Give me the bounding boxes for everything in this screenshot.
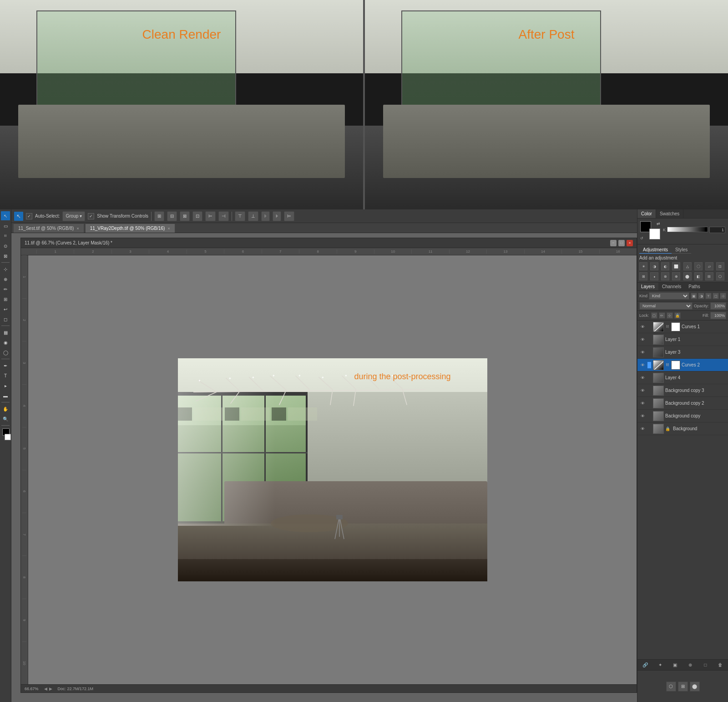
posterize-icon[interactable]: ⬤ <box>683 272 692 280</box>
auto-select-checkbox[interactable]: ✓ <box>26 213 32 219</box>
vibrance-icon[interactable]: △ <box>683 262 692 270</box>
visibility-layer3[interactable]: 👁 <box>639 349 646 356</box>
exposure-icon[interactable]: ⬜ <box>672 262 680 270</box>
healing-tool[interactable]: ⊕ <box>1 275 10 284</box>
background-color[interactable] <box>649 229 660 239</box>
close-btn[interactable]: × <box>627 240 633 246</box>
auto-select-dropdown[interactable]: Group ▾ <box>62 211 85 221</box>
eraser-tool[interactable]: ◻ <box>1 315 10 324</box>
tab-color[interactable]: Color <box>637 209 656 218</box>
visibility-bgcopy2[interactable]: 👁 <box>639 400 646 407</box>
mini-icon-2[interactable]: ⊞ <box>678 682 688 692</box>
mini-icon-3[interactable]: ⬤ <box>690 682 700 692</box>
show-transform-checkbox[interactable]: ✓ <box>88 213 94 219</box>
align-btn-5[interactable]: ⊢ <box>205 211 216 221</box>
gradient-tool[interactable]: ▦ <box>1 328 10 337</box>
distribute-btn-2[interactable]: ⊥ <box>248 211 258 221</box>
scroll-left[interactable]: ◀ <box>44 687 47 691</box>
scroll-right[interactable]: ▶ <box>49 687 52 691</box>
filter-kind-select[interactable]: Kind <box>649 292 689 300</box>
visibility-layer1[interactable]: 👁 <box>639 336 646 343</box>
tab-close-2[interactable]: × <box>167 226 170 231</box>
filter-smart-icon[interactable]: ⊹ <box>720 293 726 299</box>
path-select-tool[interactable]: ▸ <box>1 381 10 390</box>
layer-mask-icon[interactable]: ▣ <box>671 661 679 669</box>
distribute-btn-5[interactable]: ⊨ <box>284 211 294 221</box>
tab-adjustments[interactable]: Adjustments <box>639 246 672 254</box>
eyedropper-tool[interactable]: ⊹ <box>1 265 10 274</box>
lock-pixels-icon[interactable]: ✏ <box>659 312 665 319</box>
distribute-btn-3[interactable]: ⊦ <box>261 211 270 221</box>
quick-select-tool[interactable]: ⊙ <box>1 241 10 250</box>
filter-shape-icon[interactable]: ◻ <box>713 293 719 299</box>
tab-close-1[interactable]: × <box>76 226 79 231</box>
tab-channels[interactable]: Channels <box>658 283 685 290</box>
tab-layers[interactable]: Layers <box>637 283 658 290</box>
tab-swatches[interactable]: Swatches <box>656 209 683 218</box>
history-brush[interactable]: ↩ <box>1 305 10 314</box>
visibility-bgcopy[interactable]: 👁 <box>639 413 646 419</box>
tab-sest[interactable]: 11_Sest.tif @ 50% (RGB/8) × <box>13 224 84 233</box>
align-btn-3[interactable]: ⊠ <box>180 211 190 221</box>
layer-item-layer4[interactable]: 👁 Layer 4 <box>637 371 728 384</box>
crop-tool[interactable]: ⊠ <box>1 251 10 260</box>
layer-item-curves2[interactable]: 👁 ⛓ Curves 2 <box>637 359 728 371</box>
move-tool-option[interactable]: ↖ <box>14 212 23 221</box>
layer-item-bgcopy3[interactable]: 👁 Background copy 3 <box>637 384 728 397</box>
filter-text-icon[interactable]: T <box>705 293 712 299</box>
new-adj-layer-icon[interactable]: ⊕ <box>686 661 694 669</box>
fill-input[interactable] <box>710 312 726 319</box>
new-layer-icon[interactable]: □ <box>701 661 709 669</box>
align-btn-2[interactable]: ⊟ <box>167 211 177 221</box>
move-tool[interactable]: ↖ <box>1 211 10 220</box>
levels-icon[interactable]: ◑ <box>650 262 658 270</box>
align-btn-1[interactable]: ⊞ <box>154 211 164 221</box>
pen-tool[interactable]: ✒ <box>1 361 10 370</box>
mini-icon-1[interactable]: ⬡ <box>666 682 676 692</box>
lasso-tool[interactable]: ⌗ <box>1 231 10 240</box>
layer-item-curves1[interactable]: 👁 ⛓ Curves 1 <box>637 320 728 333</box>
delete-layer-icon[interactable]: 🗑 <box>716 661 724 669</box>
threshold-icon[interactable]: ◧ <box>694 272 703 280</box>
zoom-tool[interactable]: 🔍 <box>1 414 10 423</box>
hue-sat-icon[interactable]: 〇 <box>694 262 703 270</box>
text-tool[interactable]: T <box>1 371 10 380</box>
k-slider[interactable] <box>667 227 708 232</box>
filter-adj-icon[interactable]: ◑ <box>698 293 704 299</box>
tab-vray[interactable]: 11_VRay2Depth.tif @ 50% (RGB/16) × <box>85 224 175 233</box>
channel-mixer-icon[interactable]: ⬧ <box>650 272 658 280</box>
maximize-btn[interactable]: □ <box>618 240 625 246</box>
blur-tool[interactable]: ◉ <box>1 338 10 347</box>
reset-colors[interactable]: ↺ <box>640 236 643 240</box>
hand-tool[interactable]: ✋ <box>1 404 10 413</box>
shape-tool[interactable]: ▬ <box>1 391 10 400</box>
black-white-icon[interactable]: ⊡ <box>716 262 724 270</box>
color-lookup-icon[interactable]: ⊗ <box>661 272 669 280</box>
brush-tool[interactable]: ✏ <box>1 285 10 294</box>
visibility-bgcopy3[interactable]: 👁 <box>639 387 646 394</box>
distribute-btn-1[interactable]: ⊤ <box>235 211 245 221</box>
align-btn-4[interactable]: ⊡ <box>192 211 202 221</box>
bg-color[interactable] <box>5 434 11 440</box>
dodge-tool[interactable]: ◯ <box>1 348 10 357</box>
layer-item-layer3[interactable]: 👁 Layer 3 <box>637 346 728 359</box>
color-balance-icon[interactable]: ▱ <box>705 262 713 270</box>
k-value-input[interactable] <box>709 227 725 233</box>
tab-styles[interactable]: Styles <box>672 246 691 254</box>
doc-canvas[interactable]: ✦ ✦ ✦ ✦ ✦ ✦ ✦ ✦ ✦ <box>28 255 637 684</box>
brightness-contrast-icon[interactable]: ☀ <box>639 262 647 270</box>
layer-fx-icon[interactable]: ✦ <box>656 661 664 669</box>
tab-paths[interactable]: Paths <box>685 283 704 290</box>
link-layers-icon[interactable]: 🔗 <box>641 661 649 669</box>
marquee-tool[interactable]: ▭ <box>1 221 10 230</box>
layer-item-bgcopy2[interactable]: 👁 Background copy 2 <box>637 397 728 410</box>
invert-icon[interactable]: ⊕ <box>672 272 680 280</box>
opacity-input[interactable] <box>710 302 726 310</box>
visibility-curves2[interactable]: 👁 <box>639 362 646 368</box>
filter-pixel-icon[interactable]: ▣ <box>691 293 697 299</box>
visibility-layer4[interactable]: 👁 <box>639 375 646 381</box>
swap-colors[interactable]: ⇄ <box>657 221 660 226</box>
selective-color-icon[interactable]: ⬡ <box>716 272 724 280</box>
curves-icon[interactable]: ◐ <box>661 262 669 270</box>
lock-position-icon[interactable]: ⊹ <box>667 312 673 319</box>
